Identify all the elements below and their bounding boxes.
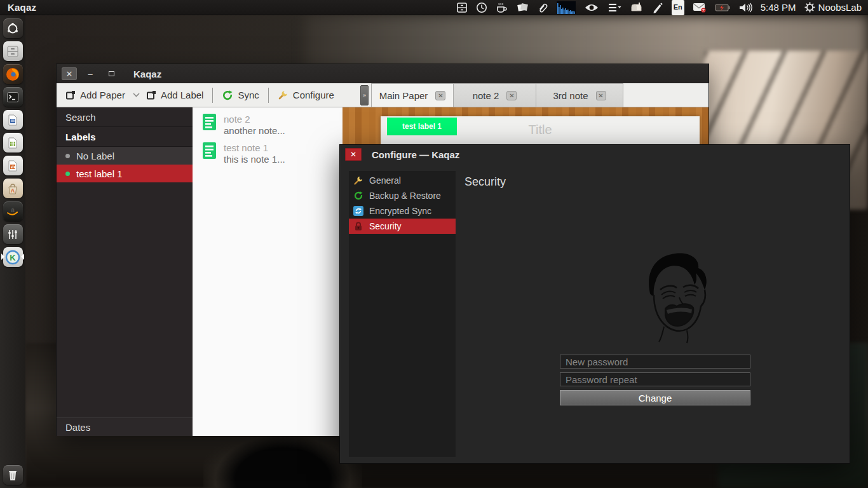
tab-close-icon[interactable]: ✕ [596, 91, 606, 100]
change-password-button[interactable]: Change [560, 390, 750, 405]
sticky-notes-icon[interactable] [517, 0, 529, 15]
nav-item-security[interactable]: Security [349, 219, 456, 234]
panel-app-title: Kaqaz [8, 2, 36, 13]
lock-icon [353, 221, 363, 231]
note-list-item[interactable]: note 2 another note... [193, 111, 342, 140]
labels-header-label: Labels [65, 132, 96, 142]
mailbox-icon[interactable] [630, 0, 644, 15]
sidebar-label-test-label-1[interactable]: test label 1 [57, 165, 193, 182]
dialog-title: Configure — Kaqaz [372, 149, 459, 160]
sidebar-search[interactable]: Search [57, 107, 193, 127]
system-monitor-graph-icon[interactable] [557, 0, 576, 15]
kaqaz-sidebar: Search Labels No Label test label 1 Date… [57, 107, 193, 436]
panel-clock-label[interactable]: 5:48 PM [761, 0, 796, 15]
archive-drawer-icon[interactable] [456, 0, 468, 15]
password-repeat-input[interactable] [560, 372, 750, 386]
sync-icon [222, 90, 233, 101]
clock-icon[interactable] [476, 0, 487, 15]
toolbar-overflow-button[interactable]: » [360, 85, 369, 105]
label-dot-icon [65, 154, 70, 158]
tab-note-2[interactable]: note 2 ✕ [454, 83, 536, 107]
add-label-button[interactable]: Add Label [146, 90, 204, 100]
launcher-item-amazon[interactable]: a [2, 201, 24, 222]
sync-button[interactable]: Sync [222, 90, 259, 101]
power-battery-icon[interactable] [715, 0, 730, 15]
session-menu[interactable]: NoobsLab [804, 0, 862, 15]
paperclip-attach-icon[interactable] [537, 0, 548, 15]
new-password-input[interactable] [560, 355, 750, 369]
nav-label: Security [369, 221, 402, 231]
launcher-running-arrow [1, 254, 4, 260]
window-close-button[interactable]: ✕ [62, 67, 77, 80]
launcher-item-software-center[interactable]: A [2, 178, 24, 199]
kaqaz-titlebar[interactable]: ✕ – Kaqaz [57, 64, 709, 83]
launcher-item-kaqaz[interactable]: K [2, 247, 24, 268]
add-paper-button[interactable]: Add Paper [65, 90, 125, 100]
label-name: test label 1 [76, 168, 123, 179]
note-preview: this is note 1... [224, 154, 285, 165]
launcher-item-libreoffice-writer[interactable] [2, 109, 24, 130]
launcher-item-libreoffice-calc[interactable] [2, 132, 24, 153]
window-minimize-button[interactable]: – [83, 67, 98, 80]
nav-label: Encrypted Sync [369, 206, 431, 216]
encrypted-sync-icon [353, 206, 363, 216]
configure-label: Configure [293, 90, 334, 100]
tab-main-paper[interactable]: Main Paper ✕ [371, 83, 454, 107]
sidebar-dates[interactable]: Dates [57, 417, 193, 436]
eye-privacy-icon[interactable] [584, 0, 599, 15]
libreoffice-writer-icon [6, 114, 19, 126]
configure-titlebar[interactable]: ✕ Configure — Kaqaz [340, 145, 850, 164]
launcher-item-libreoffice-impress[interactable] [2, 155, 24, 176]
software-center-icon: A [6, 182, 19, 195]
tab-label: 3rd note [553, 90, 588, 101]
launcher-item-terminal[interactable] [2, 86, 24, 107]
libreoffice-calc-icon [6, 137, 19, 149]
window-maximize-button[interactable] [104, 67, 119, 80]
security-section-heading: Security [465, 175, 506, 189]
launcher-item-firefox[interactable] [2, 64, 24, 85]
dialog-close-button[interactable]: ✕ [345, 148, 362, 161]
add-paper-dropdown-chevron-icon[interactable] [133, 93, 140, 97]
nav-item-general[interactable]: General [349, 173, 456, 188]
launcher-focused-arrow [21, 254, 24, 260]
ubuntu-dash-icon [6, 22, 19, 35]
dates-label: Dates [65, 422, 90, 433]
svg-text:K: K [10, 252, 16, 262]
nav-item-backup-restore[interactable]: Backup & Restore [349, 188, 456, 203]
window-title: Kaqaz [133, 69, 161, 79]
launcher-item-trash[interactable] [2, 464, 24, 485]
toolbar-separator [212, 88, 213, 103]
note-title: test note 1 [224, 142, 285, 153]
system-settings-icon [6, 228, 19, 241]
tab-label: note 2 [473, 90, 499, 101]
tablet-pen-icon[interactable] [652, 0, 663, 15]
add-label-icon [146, 90, 156, 100]
launcher-item-files[interactable] [2, 41, 24, 62]
tab-close-icon[interactable]: ✕ [506, 91, 517, 100]
sync-label: Sync [238, 90, 259, 100]
tab-close-icon[interactable]: ✕ [435, 91, 445, 100]
note-list-item[interactable]: test note 1 this is note 1... [193, 140, 342, 168]
launcher-item-system-settings[interactable] [2, 224, 24, 245]
libreoffice-impress-icon [6, 159, 19, 172]
mail-notifier-icon[interactable] [693, 0, 707, 15]
trash-icon [7, 469, 18, 482]
sidebar-labels-header[interactable]: Labels [57, 127, 193, 147]
notes-list: note 2 another note... test note 1 this … [193, 107, 342, 436]
label-dot-icon [65, 172, 70, 176]
sidebar-label-no-label[interactable]: No Label [57, 147, 193, 165]
kaqaz-toolbar-row: Add Paper Add Label Sync Configure [57, 83, 709, 107]
configure-button[interactable]: Configure [278, 90, 334, 100]
note-document-icon [203, 142, 216, 159]
paper-tabs: Main Paper ✕ note 2 ✕ 3rd note ✕ [371, 83, 623, 107]
tab-3rd-note[interactable]: 3rd note ✕ [536, 83, 623, 107]
launcher-item-ubuntu-dash[interactable] [2, 18, 24, 39]
paper-label-tag[interactable]: test label 1 [387, 118, 457, 135]
session-gear-icon [804, 2, 815, 13]
svg-text:a: a [11, 207, 15, 214]
nav-item-encrypted-sync[interactable]: Encrypted Sync [349, 203, 456, 219]
indicator-menu-icon[interactable] [607, 0, 621, 15]
volume-icon[interactable] [738, 0, 752, 15]
keyboard-layout-indicator[interactable]: En [672, 0, 684, 15]
coffee-break-icon[interactable] [496, 0, 508, 15]
